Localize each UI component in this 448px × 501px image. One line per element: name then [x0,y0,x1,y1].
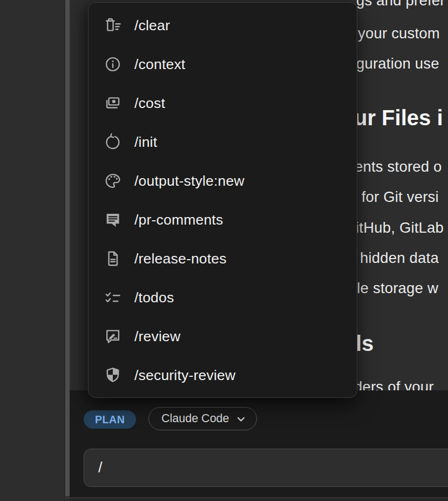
menu-item-init[interactable]: /init [89,123,357,161]
menu-item-context[interactable]: /context [89,45,357,84]
chevron-down-icon [236,414,246,424]
info-circle-icon [104,55,122,73]
menu-item-label: /release-notes [134,250,227,267]
menu-item-security-review[interactable]: /security-review [89,356,357,395]
document-text-line: hidden data [360,249,439,267]
left-gutter [0,0,65,501]
document-text-line: ents stored o [355,158,442,176]
checklist-icon [104,288,122,307]
model-selector-button[interactable]: Claude Code [148,407,257,430]
document-lines-icon [104,249,122,268]
comment-lines-icon [104,211,122,229]
menu-item-todos[interactable]: /todos [89,278,357,317]
document-heading: ur Files i [354,105,443,131]
shield-icon [104,366,122,384]
document-text-line: t for Git versi [353,188,439,206]
document-heading: ls [356,330,374,356]
menu-item-cost[interactable]: /cost [89,84,357,123]
menu-item-label: /clear [134,17,170,34]
model-selector-label: Claude Code [161,412,229,425]
menu-item-review[interactable]: /review [89,317,357,356]
palette-icon [104,172,122,190]
message-input[interactable]: / [84,449,448,487]
app-window: gs and prefer your custom guration use u… [0,0,448,501]
menu-item-label: /context [134,56,185,73]
vertical-scrollbar[interactable] [65,0,70,496]
document-text-line: your custom [358,24,440,43]
document-text-line: gs and prefer [356,0,445,10]
slash-command-menu: /clear /context /cost /init [88,2,357,398]
menu-item-label: /init [134,134,157,151]
menu-item-label: /security-review [134,367,235,384]
plan-mode-badge[interactable]: PLAN [84,410,136,429]
document-text-line: itHub, GitLab [356,219,444,237]
message-input-value: / [98,459,103,476]
menu-item-clear[interactable]: /clear [89,6,357,45]
menu-item-pr-comments[interactable]: /pr-comments [89,200,357,239]
menu-item-label: /pr-comments [134,212,223,228]
menu-item-label: /cost [134,95,165,112]
document-text-line: ile storage w [354,279,438,297]
menu-item-label: /output-style:new [134,173,245,189]
menu-item-release-notes[interactable]: /release-notes [89,239,357,278]
menu-item-output-style[interactable]: /output-style:new [89,161,357,200]
comment-edit-icon [104,327,122,346]
window-bottom-edge [70,498,448,501]
menu-item-label: /review [134,328,180,345]
trash-clear-icon [104,16,122,35]
refresh-circle-icon [104,133,122,151]
composer-area: PLAN Claude Code / [70,390,448,497]
banknote-icon [104,94,122,112]
menu-item-label: /todos [134,289,174,306]
document-text-line: guration use [356,55,439,73]
